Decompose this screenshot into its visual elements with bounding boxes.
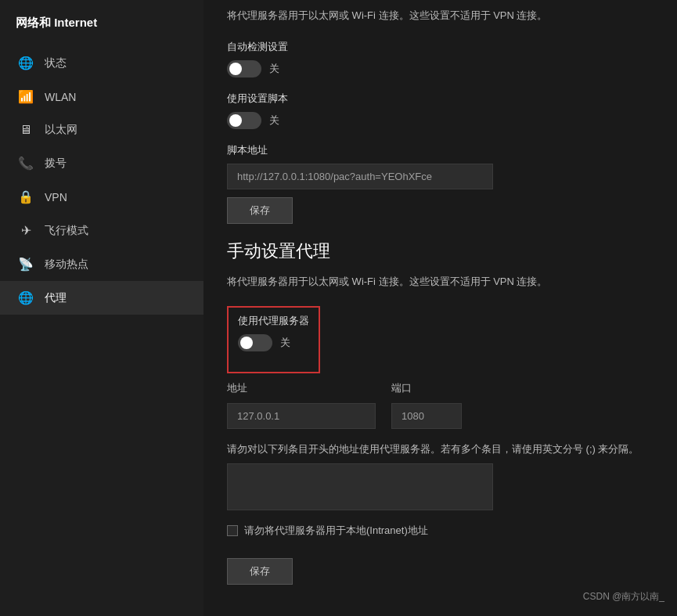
save-button-2[interactable]: 保存 <box>227 558 293 585</box>
flight-icon: ✈ <box>18 223 34 238</box>
use-proxy-toggle[interactable] <box>238 334 272 351</box>
use-proxy-label: 使用代理服务器 <box>238 314 309 328</box>
intranet-checkbox-row[interactable]: 请勿将代理服务器用于本地(Intranet)地址 <box>227 524 654 538</box>
sidebar-label-status: 状态 <box>45 56 67 70</box>
auto-detect-desc: 将代理服务器用于以太网或 Wi-Fi 连接。这些设置不适用于 VPN 连接。 <box>227 8 654 24</box>
hotspot-icon: 📡 <box>18 257 34 272</box>
sidebar-item-status[interactable]: 🌐 状态 <box>0 46 203 80</box>
sidebar-title: 网络和 Internet <box>0 8 203 46</box>
use-script-knob <box>229 114 242 127</box>
intranet-checkbox[interactable] <box>227 525 238 536</box>
sidebar-item-hotspot[interactable]: 📡 移动热点 <box>0 247 203 281</box>
sidebar-item-ethernet[interactable]: 🖥 以太网 <box>0 113 203 146</box>
sidebar-label-ethernet: 以太网 <box>45 123 77 137</box>
port-group: 端口 <box>391 381 462 429</box>
use-script-toggle-row: 关 <box>227 112 654 129</box>
auto-detect-track <box>227 60 261 77</box>
exclude-textarea[interactable] <box>227 463 493 510</box>
address-port-row: 地址 端口 <box>227 381 654 429</box>
watermark: CSDN @南方以南_ <box>583 590 664 603</box>
sidebar-label-hotspot: 移动热点 <box>45 258 88 272</box>
use-script-label: 使用设置脚本 <box>227 92 654 106</box>
status-icon: 🌐 <box>18 56 34 70</box>
use-proxy-knob <box>240 337 253 349</box>
sidebar-item-proxy[interactable]: 🌐 代理 <box>0 281 203 315</box>
use-proxy-state: 关 <box>280 336 290 350</box>
use-script-track <box>227 112 261 129</box>
address-group: 地址 <box>227 381 376 429</box>
auto-detect-state: 关 <box>269 62 279 76</box>
main-content: 将代理服务器用于以太网或 Wi-Fi 连接。这些设置不适用于 VPN 连接。 自… <box>203 0 677 616</box>
sidebar-label-vpn: VPN <box>45 191 67 204</box>
save-button-1[interactable]: 保存 <box>227 197 293 224</box>
address-label: 地址 <box>227 381 376 395</box>
auto-detect-toggle[interactable] <box>227 60 261 77</box>
dialup-icon: 📞 <box>18 156 34 171</box>
manual-section: 手动设置代理 将代理服务器用于以太网或 Wi-Fi 连接。这些设置不适用于 VP… <box>227 240 654 593</box>
use-script-toggle[interactable] <box>227 112 261 129</box>
sidebar-label-proxy: 代理 <box>45 291 67 305</box>
sidebar-item-wlan[interactable]: 📶 WLAN <box>0 80 203 113</box>
ethernet-icon: 🖥 <box>18 123 34 137</box>
auto-detect-label: 自动检测设置 <box>227 40 654 54</box>
sidebar-label-wlan: WLAN <box>45 91 76 103</box>
sidebar: 网络和 Internet 🌐 状态 📶 WLAN 🖥 以太网 📞 拨号 🔒 VP… <box>0 0 203 616</box>
address-input[interactable] <box>227 403 376 429</box>
use-script-state: 关 <box>269 113 279 128</box>
use-proxy-track <box>238 334 272 351</box>
port-input[interactable] <box>391 403 462 429</box>
vpn-icon: 🔒 <box>18 189 34 204</box>
sidebar-label-dialup: 拨号 <box>45 157 67 171</box>
sidebar-item-flight[interactable]: ✈ 飞行模式 <box>0 214 203 247</box>
use-proxy-toggle-row: 关 <box>238 334 309 351</box>
use-proxy-highlight: 使用代理服务器 关 <box>227 306 320 373</box>
auto-detect-toggle-row: 关 <box>227 60 654 77</box>
sidebar-label-flight: 飞行模式 <box>45 224 88 238</box>
manual-title: 手动设置代理 <box>227 240 654 263</box>
auto-detect-knob <box>229 63 242 75</box>
proxy-icon: 🌐 <box>18 290 34 305</box>
script-address-label: 脚本地址 <box>227 143 654 157</box>
port-label: 端口 <box>391 381 462 395</box>
wlan-icon: 📶 <box>18 89 34 104</box>
sidebar-item-dialup[interactable]: 📞 拨号 <box>0 146 203 180</box>
sidebar-item-vpn[interactable]: 🔒 VPN <box>0 180 203 214</box>
script-address-input[interactable] <box>227 164 493 189</box>
intranet-checkbox-label: 请勿将代理服务器用于本地(Intranet)地址 <box>244 524 428 538</box>
exclude-label: 请勿对以下列条目开头的地址使用代理服务器。若有多个条目，请使用英文分号 (;) … <box>227 441 654 458</box>
manual-desc: 将代理服务器用于以太网或 Wi-Fi 连接。这些设置不适用于 VPN 连接。 <box>227 274 654 290</box>
